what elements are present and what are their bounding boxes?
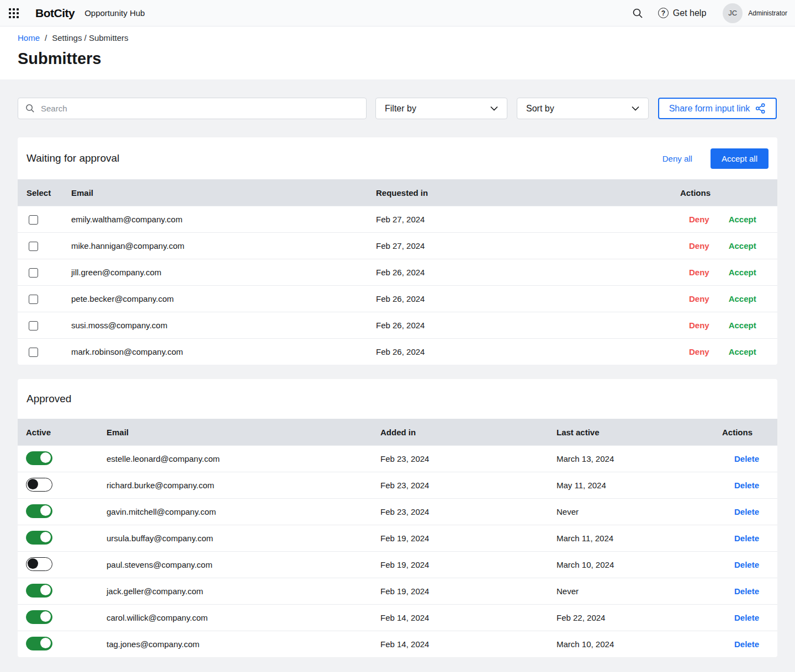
submitter-email: pete.becker@company.com — [71, 294, 376, 303]
added-date: Feb 23, 2024 — [380, 454, 556, 463]
row-checkbox[interactable] — [29, 268, 38, 278]
search-input[interactable] — [41, 104, 359, 113]
active-toggle[interactable] — [26, 451, 52, 465]
delete-link[interactable]: Delete — [734, 586, 759, 596]
active-toggle[interactable] — [26, 557, 52, 571]
active-toggle[interactable] — [26, 584, 52, 598]
user-role: Administrator — [748, 9, 787, 17]
sort-by-label: Sort by — [526, 104, 554, 114]
waiting-table-header: Select Email Requested in Actions — [18, 179, 777, 206]
added-date: Feb 23, 2024 — [380, 481, 556, 490]
deny-link[interactable]: Deny — [689, 268, 709, 277]
added-date: Feb 14, 2024 — [380, 613, 556, 622]
requested-date: Feb 26, 2024 — [376, 294, 680, 303]
added-date: Feb 19, 2024 — [380, 560, 556, 569]
search-icon — [25, 103, 35, 114]
last-active-date: March 10, 2024 — [556, 639, 722, 649]
filter-by-dropdown[interactable]: Filter by — [375, 98, 507, 119]
row-checkbox[interactable] — [29, 295, 38, 304]
delete-link[interactable]: Delete — [734, 454, 759, 463]
share-form-link-label: Share form input link — [669, 104, 750, 114]
search-field — [18, 98, 367, 119]
submitter-email: gavin.mitchell@company.com — [107, 507, 380, 516]
requested-date: Feb 26, 2024 — [376, 268, 680, 277]
active-toggle[interactable] — [26, 504, 52, 518]
share-icon — [755, 103, 766, 114]
accept-all-button[interactable]: Accept all — [711, 148, 768, 169]
share-form-link-button[interactable]: Share form input link — [658, 98, 777, 119]
deny-link[interactable]: Deny — [689, 294, 709, 303]
column-header-email: Email — [107, 428, 380, 437]
table-row: jill.green@company.com Feb 26, 2024 Deny… — [18, 259, 777, 285]
table-row: jack.geller@company.com Feb 19, 2024 Nev… — [18, 578, 777, 604]
deny-link[interactable]: Deny — [689, 321, 709, 330]
submitter-email: mike.hannigan@company.com — [71, 241, 376, 250]
accept-link[interactable]: Accept — [729, 321, 756, 330]
row-checkbox[interactable] — [29, 242, 38, 251]
column-header-requested: Requested in — [376, 188, 680, 198]
accept-link[interactable]: Accept — [729, 241, 756, 250]
delete-link[interactable]: Delete — [734, 560, 759, 569]
toolbar: Filter by Sort by Share form input link — [18, 98, 777, 119]
column-header-last-active: Last active — [556, 428, 722, 437]
column-header-added: Added in — [380, 428, 556, 437]
delete-link[interactable]: Delete — [734, 639, 759, 649]
waiting-section-title: Waiting for approval — [26, 152, 119, 164]
toggle-knob — [40, 532, 51, 542]
table-row: paul.stevens@company.com Feb 19, 2024 Ma… — [18, 551, 777, 578]
accept-link[interactable]: Accept — [729, 347, 756, 356]
table-row: susi.moss@company.com Feb 26, 2024 Deny … — [18, 312, 777, 338]
sort-by-dropdown[interactable]: Sort by — [517, 98, 649, 119]
avatar[interactable]: JC — [723, 3, 743, 23]
active-toggle[interactable] — [26, 637, 52, 650]
breadcrumb-home-link[interactable]: Home — [18, 33, 40, 42]
row-checkbox[interactable] — [29, 348, 38, 357]
approved-table-header: Active Email Added in Last active Action… — [18, 419, 777, 445]
column-header-select: Select — [18, 188, 71, 198]
table-row: pete.becker@company.com Feb 26, 2024 Den… — [18, 285, 777, 312]
table-row: emily.waltham@company.com Feb 27, 2024 D… — [18, 206, 777, 232]
active-toggle[interactable] — [26, 478, 52, 492]
chevron-down-icon — [490, 106, 498, 111]
table-row: carol.willick@company.com Feb 14, 2024 F… — [18, 604, 777, 631]
help-icon: ? — [658, 8, 669, 18]
submitter-email: estelle.leonard@company.com — [107, 454, 380, 463]
page-title: Submitters — [18, 50, 777, 68]
deny-link[interactable]: Deny — [689, 347, 709, 356]
deny-link[interactable]: Deny — [689, 241, 709, 250]
requested-date: Feb 26, 2024 — [376, 347, 680, 356]
toggle-knob — [40, 638, 51, 648]
last-active-date: Never — [556, 507, 722, 516]
search-icon[interactable] — [632, 7, 644, 19]
breadcrumb-separator: / — [45, 33, 47, 42]
get-help-button[interactable]: ? Get help — [658, 8, 706, 18]
deny-all-button[interactable]: Deny all — [662, 154, 692, 163]
submitter-email: susi.moss@company.com — [71, 321, 376, 330]
delete-link[interactable]: Delete — [734, 613, 759, 622]
added-date: Feb 14, 2024 — [380, 639, 556, 649]
accept-link[interactable]: Accept — [729, 215, 756, 224]
added-date: Feb 23, 2024 — [380, 507, 556, 516]
accept-link[interactable]: Accept — [729, 294, 756, 303]
last-active-date: March 11, 2024 — [556, 534, 722, 543]
submitter-email: tag.jones@company.com — [107, 639, 380, 649]
submitter-email: carol.willick@company.com — [107, 613, 380, 622]
active-toggle[interactable] — [26, 610, 52, 624]
app-grid-icon[interactable] — [9, 8, 19, 18]
chevron-down-icon — [632, 106, 639, 111]
row-checkbox[interactable] — [29, 321, 38, 330]
delete-link[interactable]: Delete — [734, 507, 759, 516]
active-toggle[interactable] — [26, 531, 52, 545]
last-active-date: Never — [556, 586, 722, 596]
last-active-date: March 10, 2024 — [556, 560, 722, 569]
row-checkbox[interactable] — [29, 215, 38, 225]
table-row: estelle.leonard@company.com Feb 23, 2024… — [18, 445, 777, 472]
page-head: Home / Settings / Submitters Submitters — [0, 26, 795, 79]
accept-link[interactable]: Accept — [729, 268, 756, 277]
last-active-date: Feb 22, 2024 — [556, 613, 722, 622]
delete-link[interactable]: Delete — [734, 481, 759, 490]
deny-link[interactable]: Deny — [689, 215, 709, 224]
delete-link[interactable]: Delete — [734, 534, 759, 543]
last-active-date: May 11, 2024 — [556, 481, 722, 490]
top-bar: BotCity Opportunity Hub ? Get help JC Ad… — [0, 0, 795, 26]
